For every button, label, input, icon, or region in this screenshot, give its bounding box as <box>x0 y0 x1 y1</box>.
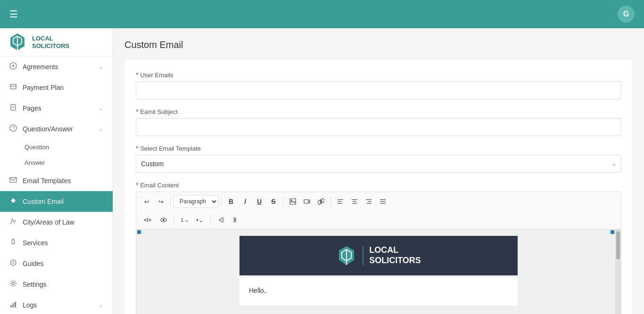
sidebar-label-custom-email: Custom Email <box>23 198 103 205</box>
menu-icon[interactable]: ☰ <box>9 8 18 20</box>
city-areas-icon <box>9 217 17 227</box>
unordered-list-button[interactable]: •⌄ <box>193 213 206 226</box>
sidebar-label-qa: Question/Answer <box>23 125 93 133</box>
redo-button[interactable]: ↪ <box>154 195 167 208</box>
top-header: ☰ G <box>0 0 644 28</box>
sidebar-item-custom-email[interactable]: Custom Email <box>0 191 113 212</box>
user-emails-input[interactable] <box>136 81 621 99</box>
email-header-block: LOCAL SOLICITORS <box>239 236 518 275</box>
sidebar-item-question[interactable]: Question <box>0 139 113 155</box>
pages-arrow: ⌄ <box>99 105 103 112</box>
sidebar-item-email-templates[interactable]: Email Templates <box>0 170 113 191</box>
svg-marker-14 <box>11 198 16 203</box>
toolbar-divider-1 <box>170 197 171 206</box>
svg-rect-20 <box>290 199 296 204</box>
email-subject-group: * Eamil Subject <box>136 108 621 136</box>
agreements-arrow: ⌄ <box>99 64 103 70</box>
agreements-icon <box>9 62 17 72</box>
sidebar-logo: LOCAL SOLICITORS <box>0 28 113 56</box>
editor-toolbar-row2: </> 1.⌄ •⌄ <box>136 211 621 229</box>
svg-rect-22 <box>304 200 308 203</box>
guides-icon <box>9 259 17 268</box>
email-template-label: * Select Email Template <box>136 145 621 152</box>
sidebar-label-email-templates: Email Templates <box>23 177 103 185</box>
user-emails-required: * <box>136 71 138 79</box>
sidebar-item-city-areas[interactable]: City/Areas of Law <box>0 212 113 233</box>
services-icon <box>9 238 17 248</box>
email-template-required: * <box>136 145 138 152</box>
svg-rect-19 <box>15 302 16 307</box>
sidebar-label-pages: Pages <box>23 105 93 112</box>
sidebar-item-guides[interactable]: Guides <box>0 253 113 274</box>
email-logo-area: LOCAL SOLICITORS <box>336 245 421 266</box>
bold-button[interactable]: B <box>224 195 238 208</box>
sidebar-item-payment-plan[interactable]: Payment Plan <box>0 77 113 98</box>
sidebar-item-pages[interactable]: Pages ⌄ <box>0 98 113 119</box>
link-button[interactable] <box>314 195 328 208</box>
sidebar-item-settings[interactable]: Settings <box>0 274 113 295</box>
strikethrough-button[interactable]: S <box>267 195 280 208</box>
email-content-required: * <box>136 181 138 189</box>
sidebar-label-settings: Settings <box>23 281 103 288</box>
toolbar-divider-2 <box>221 197 222 206</box>
preview-button[interactable] <box>157 213 170 226</box>
indent-button[interactable] <box>230 213 243 226</box>
email-greeting: Hello, <box>249 287 508 294</box>
svg-rect-13 <box>10 177 17 182</box>
align-left-button[interactable] <box>334 195 347 208</box>
sidebar-label-payment-plan: Payment Plan <box>23 84 103 91</box>
sidebar-item-logs[interactable]: Logs ⌄ <box>0 295 113 314</box>
sidebar-label-agreements: Agreements <box>23 63 93 71</box>
editor-toolbar-row1: ↩ ↪ Paragraph Heading 1 Heading 2 B I U … <box>136 192 621 211</box>
toolbar-divider-4 <box>330 197 331 206</box>
email-template-select-wrapper: Custom Welcome Reset Password Invoice ⌄ <box>136 155 621 173</box>
email-template-select[interactable]: Custom Welcome Reset Password Invoice <box>136 155 621 173</box>
content-area: Custom Email * User Emails * Eamil Subje… <box>113 28 644 314</box>
qa-icon: ? <box>9 124 17 134</box>
email-template-group: * Select Email Template Custom Welcome R… <box>136 145 621 173</box>
italic-button[interactable]: I <box>239 195 252 208</box>
outdent-button[interactable] <box>215 213 228 226</box>
undo-button[interactable]: ↩ <box>140 195 153 208</box>
user-emails-group: * User Emails <box>136 71 621 99</box>
form-card: * User Emails * Eamil Subject * Select E… <box>124 60 633 314</box>
page-title: Custom Email <box>124 40 633 50</box>
sidebar-item-services[interactable]: Services <box>0 233 113 253</box>
code-view-button[interactable]: </> <box>140 213 155 226</box>
avatar[interactable]: G <box>618 6 635 23</box>
svg-point-36 <box>163 219 165 221</box>
editor-content[interactable]: LOCAL SOLICITORS Hello, <box>136 229 621 314</box>
sidebar-label-answer: Answer <box>25 159 45 166</box>
svg-rect-18 <box>13 303 14 307</box>
video-button[interactable] <box>300 195 314 208</box>
custom-email-icon <box>9 197 17 206</box>
email-templates-icon <box>9 176 17 185</box>
sidebar-item-answer[interactable]: Answer <box>0 155 113 170</box>
ordered-list-button[interactable]: 1.⌄ <box>178 213 191 226</box>
email-subject-input[interactable] <box>136 118 621 136</box>
sidebar-label-logs: Logs <box>23 301 93 309</box>
editor-scrollbar[interactable] <box>615 229 621 314</box>
email-subject-required: * <box>136 108 138 115</box>
align-justify-button[interactable] <box>376 195 389 208</box>
scrollbar-thumb <box>616 231 620 259</box>
toolbar-divider-6 <box>210 215 211 225</box>
header-left: ☰ <box>9 8 18 20</box>
email-content-group: * Email Content ↩ ↪ Paragraph Heading 1 … <box>136 181 621 314</box>
sidebar-label-guides: Guides <box>23 260 103 267</box>
sidebar-label-question: Question <box>25 144 49 151</box>
email-preview-area: LOCAL SOLICITORS Hello, <box>136 229 621 310</box>
paragraph-select[interactable]: Paragraph Heading 1 Heading 2 <box>173 195 218 208</box>
svg-point-16 <box>12 282 15 285</box>
underline-button[interactable]: U <box>253 195 266 208</box>
sidebar-item-qa[interactable]: ? Question/Answer ⌄ <box>0 119 113 139</box>
align-center-button[interactable] <box>348 195 361 208</box>
settings-icon <box>9 280 17 289</box>
main-layout: LOCAL SOLICITORS Agreements ⌄ Payment Pl… <box>0 28 644 314</box>
email-subject-label: * Eamil Subject <box>136 108 621 115</box>
sidebar-item-agreements[interactable]: Agreements ⌄ <box>0 56 113 77</box>
align-right-button[interactable] <box>362 195 375 208</box>
pages-icon <box>9 104 17 113</box>
email-content-label: * Email Content <box>136 181 621 189</box>
image-button[interactable] <box>286 195 299 208</box>
